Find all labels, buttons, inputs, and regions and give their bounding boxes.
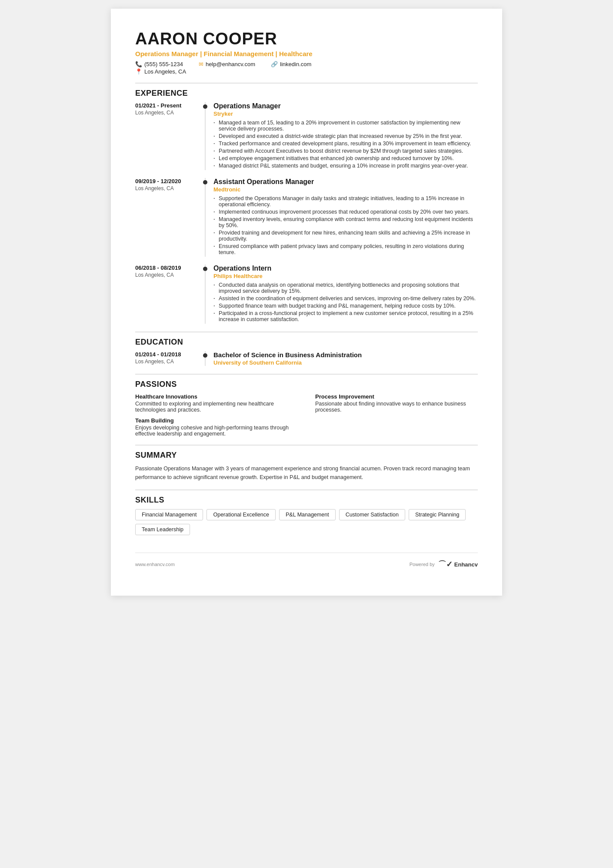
email-item: ✉ help@enhancv.com xyxy=(199,61,255,67)
skill-tag-3: P&L Management xyxy=(279,509,336,520)
bullet-3-3: Supported finance team with budget track… xyxy=(213,303,478,309)
exp-location-3: Los Angeles, CA xyxy=(135,272,200,278)
bullet-1-6: Managed district P&L statements and budg… xyxy=(213,163,478,169)
edu-date-1: 01/2014 - 01/2018 xyxy=(135,351,200,358)
email-address: help@enhancv.com xyxy=(206,61,255,67)
exp-role-2: Assistant Operations Manager xyxy=(213,178,478,186)
page-footer: www.enhancv.com Powered by ⌒✓ Enhancv xyxy=(135,553,478,570)
edu-degree-1: Bachelor of Science in Business Administ… xyxy=(213,351,478,359)
bullet-3-2: Assisted in the coordination of equipmen… xyxy=(213,295,478,302)
skills-divider xyxy=(135,489,478,490)
brand-name: Enhancv xyxy=(454,561,478,568)
enhancv-logo: ⌒✓ Enhancv xyxy=(438,559,478,570)
summary-divider xyxy=(135,445,478,446)
bullet-3-1: Conducted data analysis on operational m… xyxy=(213,282,478,294)
skill-tag-4: Customer Satisfaction xyxy=(339,509,405,520)
exp-date-2: 09/2019 - 12/2020 xyxy=(135,178,200,184)
exp-company-1: Stryker xyxy=(213,111,478,117)
linkedin-icon: 🔗 xyxy=(271,61,278,67)
bullet-2-1: Supported the Operations Manager in dail… xyxy=(213,195,478,208)
exp-date-3: 06/2018 - 08/2019 xyxy=(135,265,200,271)
passion-desc-2: Passionate about finding innovative ways… xyxy=(315,401,478,413)
bullet-1-4: Partnered with Account Executives to boo… xyxy=(213,148,478,154)
exp-company-3: Philips Healthcare xyxy=(213,273,478,279)
bullet-2-3: Managed inventory levels, ensuring compl… xyxy=(213,216,478,228)
experience-item-1: 01/2021 - Present Los Angeles, CA Operat… xyxy=(135,102,478,170)
phone-item: 📞 (555) 555-1234 xyxy=(135,61,183,67)
exp-right-1: Operations Manager Stryker Managed a tea… xyxy=(205,102,478,170)
passion-item-1: Healthcare Innovations Committed to expl… xyxy=(135,393,298,413)
edu-location-1: Los Angeles, CA xyxy=(135,359,200,365)
exp-right-3: Operations Intern Philips Healthcare Con… xyxy=(205,265,478,324)
exp-location-2: Los Angeles, CA xyxy=(135,185,200,191)
passion-title-1: Healthcare Innovations xyxy=(135,393,298,400)
exp-bullets-1: Managed a team of 15, leading to a 20% i… xyxy=(213,120,478,169)
exp-bullets-3: Conducted data analysis on operational m… xyxy=(213,282,478,322)
exp-location-1: Los Angeles, CA xyxy=(135,110,200,116)
education-section-title: EDUCATION xyxy=(135,338,478,347)
skills-section-title: SKILLS xyxy=(135,496,478,505)
linkedin-item: 🔗 linkedin.com xyxy=(271,61,311,67)
exp-bullets-2: Supported the Operations Manager in dail… xyxy=(213,195,478,255)
bullet-2-2: Implemented continuous improvement proce… xyxy=(213,209,478,215)
skill-tag-1: Financial Management xyxy=(135,509,203,520)
candidate-name: AARON COOPER xyxy=(135,30,478,48)
exp-role-1: Operations Manager xyxy=(213,102,478,110)
experience-item-3: 06/2018 - 08/2019 Los Angeles, CA Operat… xyxy=(135,265,478,324)
education-item-1: 01/2014 - 01/2018 Los Angeles, CA Bachel… xyxy=(135,351,478,366)
location: Los Angeles, CA xyxy=(144,68,186,75)
experience-section-title: EXPERIENCE xyxy=(135,89,478,98)
powered-by-label: Powered by xyxy=(410,562,435,567)
footer-powered: Powered by ⌒✓ Enhancv xyxy=(410,559,478,570)
location-row: 📍 Los Angeles, CA xyxy=(135,68,478,75)
passion-desc-1: Committed to exploring and implementing … xyxy=(135,401,298,413)
bullet-1-1: Managed a team of 15, leading to a 20% i… xyxy=(213,120,478,132)
exp-role-3: Operations Intern xyxy=(213,265,478,272)
passion-item-2: Process Improvement Passionate about fin… xyxy=(315,393,478,413)
contact-row: 📞 (555) 555-1234 ✉ help@enhancv.com 🔗 li… xyxy=(135,61,478,67)
passions-section-title: PASSIONS xyxy=(135,380,478,389)
passion-title-3: Team Building xyxy=(135,417,298,424)
bullet-1-2: Developed and executed a district-wide s… xyxy=(213,133,478,139)
exp-right-2: Assistant Operations Manager Medtronic S… xyxy=(205,178,478,257)
exp-left-3: 06/2018 - 08/2019 Los Angeles, CA xyxy=(135,265,205,324)
logo-icon: ⌒✓ xyxy=(438,559,453,570)
candidate-title: Operations Manager | Financial Managemen… xyxy=(135,50,478,57)
location-icon: 📍 xyxy=(135,68,142,75)
header: AARON COOPER Operations Manager | Financ… xyxy=(135,30,478,75)
summary-section-title: SUMMARY xyxy=(135,451,478,460)
edu-left-1: 01/2014 - 01/2018 Los Angeles, CA xyxy=(135,351,205,366)
edu-right-1: Bachelor of Science in Business Administ… xyxy=(205,351,478,366)
skill-tag-5: Strategic Planning xyxy=(409,509,466,520)
edu-school-1: University of Southern California xyxy=(213,359,478,366)
exp-left-2: 09/2019 - 12/2020 Los Angeles, CA xyxy=(135,178,205,257)
passions-divider xyxy=(135,374,478,375)
bullet-1-5: Led employee engagement initiatives that… xyxy=(213,155,478,161)
passion-desc-3: Enjoys developing cohesive and high-perf… xyxy=(135,425,298,437)
linkedin-url: linkedin.com xyxy=(280,61,311,67)
exp-date-1: 01/2021 - Present xyxy=(135,102,200,109)
phone-icon: 📞 xyxy=(135,61,142,67)
exp-company-2: Medtronic xyxy=(213,186,478,193)
bullet-2-5: Ensured compliance with patient privacy … xyxy=(213,243,478,255)
experience-divider xyxy=(135,83,478,84)
bullet-2-4: Provided training and development for ne… xyxy=(213,230,478,242)
phone-number: (555) 555-1234 xyxy=(144,61,183,67)
resume-page: AARON COOPER Operations Manager | Financ… xyxy=(111,9,502,596)
exp-left-1: 01/2021 - Present Los Angeles, CA xyxy=(135,102,205,170)
passions-grid: Healthcare Innovations Committed to expl… xyxy=(135,393,478,437)
footer-website: www.enhancv.com xyxy=(135,562,175,567)
summary-text: Passionate Operations Manager with 3 yea… xyxy=(135,464,478,482)
skills-grid: Financial Management Operational Excelle… xyxy=(135,509,478,535)
bullet-1-3: Tracked performance and created developm… xyxy=(213,141,478,147)
education-divider xyxy=(135,332,478,332)
email-icon: ✉ xyxy=(199,61,203,67)
passion-item-3: Team Building Enjoys developing cohesive… xyxy=(135,417,298,437)
bullet-3-4: Participated in a cross-functional proje… xyxy=(213,310,478,322)
skill-tag-2: Operational Excellence xyxy=(207,509,276,520)
skill-tag-6: Team Leadership xyxy=(135,524,190,535)
experience-item-2: 09/2019 - 12/2020 Los Angeles, CA Assist… xyxy=(135,178,478,257)
passion-title-2: Process Improvement xyxy=(315,393,478,400)
